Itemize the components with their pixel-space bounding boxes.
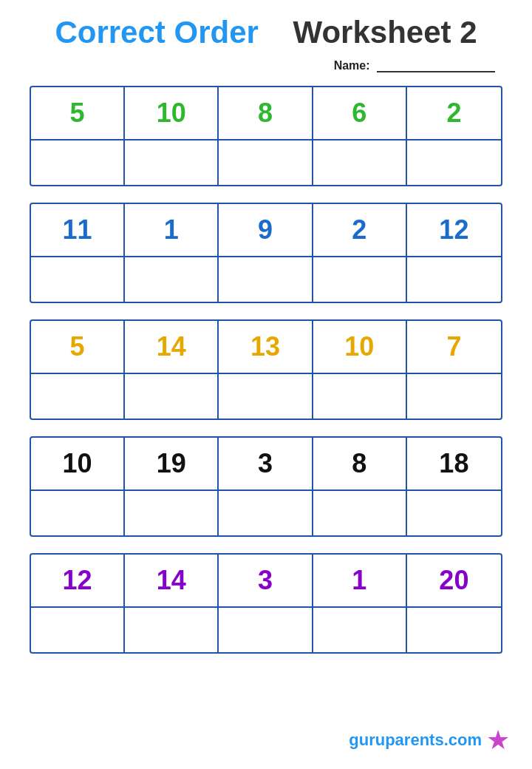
- answer-row1: [31, 140, 501, 185]
- numbers-row4: 10 19 3 8 18: [31, 438, 501, 491]
- cell-r5c3: 3: [219, 555, 313, 606]
- cell-r4c5: 18: [407, 438, 501, 489]
- answer-row5: [31, 608, 501, 652]
- title-worksheet: Worksheet 2: [293, 15, 477, 50]
- answer-r2c3[interactable]: [219, 257, 313, 302]
- cell-r2c3: 9: [219, 204, 313, 256]
- name-label: Name:: [334, 59, 370, 72]
- answer-r5c2[interactable]: [125, 608, 219, 652]
- numbers-row5: 12 14 3 1 20: [31, 555, 501, 608]
- answer-r2c1[interactable]: [31, 257, 125, 302]
- star-icon: ★: [486, 725, 510, 756]
- answer-r1c4[interactable]: [313, 140, 407, 185]
- cell-r3c2: 14: [125, 321, 219, 373]
- answer-r2c2[interactable]: [125, 257, 219, 302]
- cell-r4c1: 10: [31, 438, 125, 489]
- answer-r5c4[interactable]: [313, 608, 407, 652]
- answer-r5c5[interactable]: [407, 608, 501, 652]
- cell-r1c3: 8: [219, 87, 313, 139]
- answer-r4c1[interactable]: [31, 491, 125, 535]
- cell-r1c2: 10: [125, 87, 219, 139]
- cell-r5c1: 12: [31, 555, 125, 606]
- answer-r1c2[interactable]: [125, 140, 219, 185]
- grid-row5: 12 14 3 1 20: [30, 553, 502, 654]
- cell-r3c1: 5: [31, 321, 125, 373]
- answer-r2c4[interactable]: [313, 257, 407, 302]
- answer-r4c3[interactable]: [219, 491, 313, 535]
- answer-r5c3[interactable]: [219, 608, 313, 652]
- answer-r1c1[interactable]: [31, 140, 125, 185]
- cell-r2c1: 11: [31, 204, 125, 256]
- answer-r3c3[interactable]: [219, 374, 313, 419]
- answer-r5c1[interactable]: [31, 608, 125, 652]
- cell-r1c1: 5: [31, 87, 125, 139]
- cell-r1c4: 6: [313, 87, 407, 139]
- title-correct: Correct Order: [55, 15, 258, 50]
- name-underline: [377, 58, 495, 72]
- answer-row4: [31, 491, 501, 535]
- cell-r4c4: 8: [313, 438, 407, 489]
- cell-r1c5: 2: [407, 87, 501, 139]
- cell-r5c5: 20: [407, 555, 501, 606]
- answer-r4c2[interactable]: [125, 491, 219, 535]
- cell-r3c5: 7: [407, 321, 501, 373]
- answer-r4c5[interactable]: [407, 491, 501, 535]
- numbers-row3: 5 14 13 10 7: [31, 321, 501, 374]
- answer-r1c5[interactable]: [407, 140, 501, 185]
- cell-r3c3: 13: [219, 321, 313, 373]
- answer-r3c1[interactable]: [31, 374, 125, 419]
- answer-r3c4[interactable]: [313, 374, 407, 419]
- page-header: Correct Order Worksheet 2: [30, 15, 502, 50]
- answer-r2c5[interactable]: [407, 257, 501, 302]
- grid-row1: 5 10 8 6 2: [30, 86, 502, 186]
- footer: guruparents.com ★: [349, 725, 510, 756]
- answer-row3: [31, 374, 501, 419]
- answer-r3c2[interactable]: [125, 374, 219, 419]
- cell-r3c4: 10: [313, 321, 407, 373]
- grid-row4: 10 19 3 8 18: [30, 436, 502, 537]
- answer-r4c4[interactable]: [313, 491, 407, 535]
- name-row: Name:: [30, 58, 502, 72]
- answer-r3c5[interactable]: [407, 374, 501, 419]
- cell-r2c4: 2: [313, 204, 407, 256]
- answer-row2: [31, 257, 501, 302]
- grid-row2: 11 1 9 2 12: [30, 203, 502, 303]
- cell-r2c5: 12: [407, 204, 501, 256]
- cell-r4c2: 19: [125, 438, 219, 489]
- cell-r2c2: 1: [125, 204, 219, 256]
- cell-r5c2: 14: [125, 555, 219, 606]
- brand-text: guruparents.com: [349, 731, 482, 750]
- grid-row3: 5 14 13 10 7: [30, 319, 502, 420]
- numbers-row2: 11 1 9 2 12: [31, 204, 501, 257]
- answer-r1c3[interactable]: [219, 140, 313, 185]
- cell-r5c4: 1: [313, 555, 407, 606]
- numbers-row1: 5 10 8 6 2: [31, 87, 501, 140]
- cell-r4c3: 3: [219, 438, 313, 489]
